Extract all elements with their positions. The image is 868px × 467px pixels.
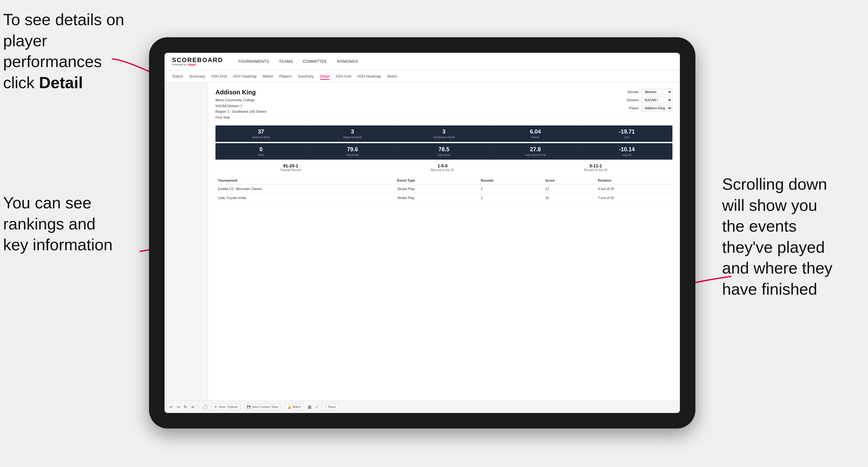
gender-select[interactable]: Women bbox=[641, 89, 673, 95]
expand-icon[interactable]: ⤢ bbox=[315, 405, 318, 409]
col-event-type: Event Type bbox=[395, 177, 478, 184]
division-filter-row: Division NJCAA I bbox=[627, 97, 673, 103]
table-header-row: Tournament Event Type Rounds Score Posit… bbox=[215, 177, 673, 184]
view-icon: 👁 bbox=[214, 405, 217, 409]
stat-cell-avg-sg: -10.14Avg SG bbox=[581, 143, 673, 160]
player-region: Region 1 - Southwest (18) District bbox=[215, 109, 266, 115]
nav-committee[interactable]: COMMITTEE bbox=[303, 58, 327, 65]
table-row[interactable]: Lady Coyote Invite Stroke Play 2 16 7 ou… bbox=[215, 193, 673, 202]
records-row: 91-20-1Overall Record1-5-0Record vs top … bbox=[215, 163, 673, 172]
annotation-right: Scrolling down will show you the events … bbox=[722, 174, 865, 300]
redo-icon[interactable]: ↪ bbox=[177, 405, 180, 409]
sub-nav-teams[interactable]: Teams bbox=[172, 73, 183, 80]
sub-nav-players[interactable]: Players bbox=[279, 73, 291, 80]
bottom-toolbar: ↩ ↪ ↻ ⊲ | 🕐 👁 View: Original 💾 Save Cust… bbox=[164, 401, 680, 413]
nav-tournaments[interactable]: TOURNAMENTS bbox=[238, 58, 269, 65]
player-college: Mesa Community College bbox=[215, 97, 266, 103]
sub-nav-h2h-grid2[interactable]: H2H Grid bbox=[336, 73, 351, 80]
refresh-icon[interactable]: ↻ bbox=[184, 405, 187, 409]
stats-row1: 37National Rank3Regional Rank3Conference… bbox=[215, 125, 673, 142]
player-details: Addison King Mesa Community College NJCA… bbox=[215, 89, 266, 121]
player-filters: Gender Women Division NJCAA I bbox=[627, 89, 673, 111]
col-position: Position bbox=[595, 177, 673, 184]
player-filter-row: Player Addison King bbox=[629, 105, 673, 111]
annotation-line3a: click bbox=[3, 73, 39, 92]
sub-nav-h2h-heatmap2[interactable]: H2H Heatmap bbox=[357, 73, 381, 80]
table-header: Tournament Event Type Rounds Score Posit… bbox=[215, 177, 673, 184]
save-custom-label: Save Custom View bbox=[252, 405, 278, 409]
division-select[interactable]: NJCAA I bbox=[641, 97, 673, 103]
stats-row2: 0Wins79.6Avg Score78.5Adj Score27.8Avg S… bbox=[215, 143, 673, 160]
sub-nav-matrix2[interactable]: Matrix bbox=[388, 73, 398, 80]
nav-teams[interactable]: TEAMS bbox=[279, 58, 293, 65]
annotation-left: You can see rankings and key information bbox=[3, 192, 140, 255]
annotation-line2: player performances bbox=[3, 32, 102, 71]
score: 16 bbox=[542, 193, 595, 202]
rounds: 2 bbox=[478, 193, 543, 202]
player-select[interactable]: Addison King bbox=[641, 105, 673, 111]
player-info: Mesa Community College NJCAA Division 1 … bbox=[215, 97, 266, 121]
sidebar bbox=[164, 83, 208, 401]
stat-cell-national-rank: 37National Rank bbox=[215, 125, 307, 142]
main-content: Addison King Mesa Community College NJCA… bbox=[164, 83, 680, 401]
col-score: Score bbox=[542, 177, 595, 184]
annotation-right-line6: have finished bbox=[722, 280, 817, 298]
annotation-right-line1: Scrolling down bbox=[722, 175, 827, 193]
tournament-name: Lady Coyote Invite bbox=[215, 193, 395, 202]
stat-cell-sos: -19.71SoS bbox=[581, 125, 673, 142]
table-row[interactable]: Estella CC- Mountain Classic Stroke Play… bbox=[215, 184, 673, 193]
sub-nav-matrix[interactable]: Matrix bbox=[263, 73, 273, 80]
tournament-table: Tournament Event Type Rounds Score Posit… bbox=[215, 177, 673, 203]
share-btn[interactable]: ⤴ Share bbox=[322, 404, 339, 410]
back-icon[interactable]: ⊲ bbox=[191, 405, 194, 409]
gender-filter-row: Gender Women bbox=[627, 89, 673, 95]
position: 4 out of 20 bbox=[595, 184, 673, 193]
col-tournament: Tournament bbox=[215, 177, 395, 184]
player-header: Addison King Mesa Community College NJCA… bbox=[215, 89, 673, 121]
record-item: 91-20-1Overall Record bbox=[280, 163, 301, 172]
stat-cell-conference-rank: 3Conference Rank bbox=[398, 125, 490, 142]
tournament-name: Estella CC- Mountain Classic bbox=[215, 184, 395, 193]
layout-icon[interactable]: ▦ bbox=[308, 405, 311, 409]
share-label: Share bbox=[328, 405, 336, 409]
clock-icon[interactable]: 🕐 bbox=[203, 405, 208, 409]
view-original-btn[interactable]: 👁 View: Original bbox=[211, 404, 241, 410]
nav-bar: SCOREBOARD Powered by clippd TOURNAMENTS… bbox=[164, 53, 680, 70]
event-type: Stroke Play bbox=[395, 184, 478, 193]
logo-text: SCOREBOARD bbox=[172, 57, 223, 63]
content-area: Addison King Mesa Community College NJCA… bbox=[208, 83, 680, 401]
annotation-left-line3: key information bbox=[3, 236, 113, 254]
watch-btn[interactable]: 🔔 Watch bbox=[285, 404, 304, 410]
player-division: NJCAA Division 1 bbox=[215, 103, 266, 109]
score: 17 bbox=[542, 184, 595, 193]
player-year: First Year bbox=[215, 115, 266, 121]
logo-area: SCOREBOARD Powered by clippd bbox=[172, 57, 223, 66]
save-custom-btn[interactable]: 💾 Save Custom View bbox=[244, 404, 281, 410]
undo-icon[interactable]: ↩ bbox=[169, 405, 173, 409]
sub-nav-summary2[interactable]: Summary bbox=[298, 73, 314, 80]
record-item: 5-11-1Record vs top 50 bbox=[584, 163, 608, 172]
sub-nav-h2h-grid[interactable]: H2H Grid bbox=[211, 73, 227, 80]
watch-label: Watch bbox=[292, 405, 301, 409]
sub-nav-h2h-heatmap[interactable]: H2H Heatmap bbox=[233, 73, 257, 80]
annotation-right-line3: the events bbox=[722, 217, 797, 235]
rounds: 2 bbox=[478, 184, 543, 193]
sub-nav-detail[interactable]: Detail bbox=[320, 73, 330, 80]
tablet-frame: SCOREBOARD Powered by clippd TOURNAMENTS… bbox=[149, 37, 695, 429]
stat-cell-avg-score-to-par: 27.8Avg Score to Par bbox=[490, 143, 582, 160]
gender-label: Gender bbox=[627, 90, 639, 94]
record-item: 1-5-0Record vs top 25 bbox=[431, 163, 455, 172]
position: 7 out of 20 bbox=[595, 193, 673, 202]
sub-nav-summary[interactable]: Summary bbox=[189, 73, 205, 80]
annotation-right-line4: they've played bbox=[722, 238, 825, 256]
annotation-right-line5: and where they bbox=[722, 259, 833, 277]
table-body: Estella CC- Mountain Classic Stroke Play… bbox=[215, 184, 673, 202]
event-type: Stroke Play bbox=[395, 193, 478, 202]
stat-cell-wins: 0Wins bbox=[215, 143, 307, 160]
player-name: Addison King bbox=[215, 89, 266, 96]
annotation-line1: To see details on bbox=[3, 10, 124, 29]
tablet-screen: SCOREBOARD Powered by clippd TOURNAMENTS… bbox=[164, 53, 680, 413]
annotation-top-left: To see details on player performances cl… bbox=[3, 9, 133, 93]
logo-subtext: Powered by clippd bbox=[172, 63, 223, 66]
nav-rankings[interactable]: RANKINGS bbox=[337, 58, 358, 65]
